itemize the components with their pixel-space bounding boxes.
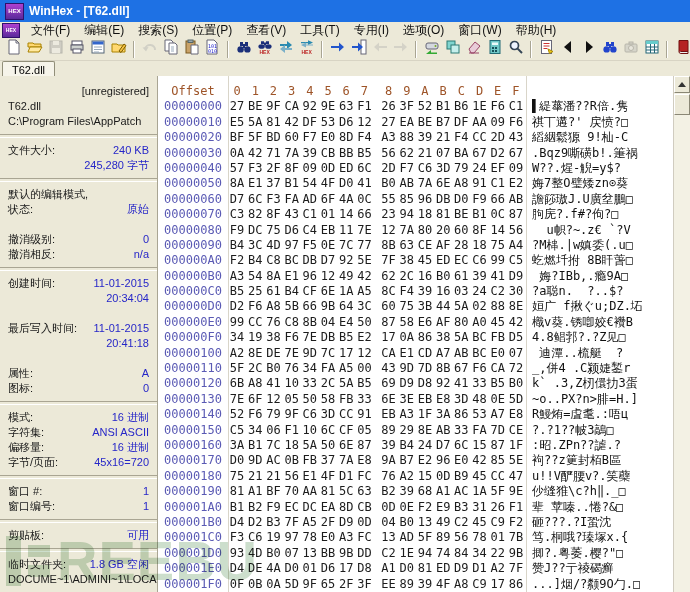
hex-byte[interactable]: D0 xyxy=(283,561,301,576)
hex-byte[interactable]: 1A xyxy=(470,484,488,499)
hex-byte[interactable]: AF xyxy=(434,315,452,330)
hex-byte[interactable]: F3 xyxy=(246,161,264,176)
toolbar-clone-disk-button[interactable] xyxy=(442,39,463,59)
hex-byte[interactable]: E9 xyxy=(434,500,452,515)
hex-byte[interactable]: B0 xyxy=(434,269,452,284)
hex-byte[interactable]: 15 xyxy=(470,438,488,453)
hex-byte[interactable]: C1 xyxy=(507,99,525,114)
hex-byte[interactable]: 3D xyxy=(452,392,470,407)
hex-byte[interactable]: 42 xyxy=(283,115,301,130)
hex-byte[interactable]: C6 xyxy=(246,530,264,545)
hex-byte[interactable]: 6C xyxy=(246,192,264,207)
hex-byte[interactable]: 63 xyxy=(337,99,355,114)
hex-byte[interactable]: B1 xyxy=(434,99,452,114)
hex-byte[interactable]: 75 xyxy=(489,238,507,253)
menu-item-window[interactable]: 窗口(W) xyxy=(451,22,508,39)
hex-byte[interactable]: 41 xyxy=(355,176,373,191)
hex-byte[interactable]: 8A xyxy=(228,176,246,191)
toolbar-save-button[interactable] xyxy=(45,39,66,59)
hex-byte[interactable]: DB xyxy=(319,330,337,345)
hex-byte[interactable]: 2F xyxy=(319,515,337,530)
hex-byte[interactable]: D2 xyxy=(489,146,507,161)
hex-byte[interactable]: 0E xyxy=(489,392,507,407)
hex-byte[interactable]: 37 xyxy=(319,453,337,468)
hex-byte[interactable]: 13 xyxy=(416,515,434,530)
hex-byte[interactable]: 54 xyxy=(301,176,319,191)
hex-byte[interactable]: B3 xyxy=(452,500,470,515)
hex-byte[interactable]: 65 xyxy=(319,577,337,592)
toolbar-camera-button[interactable] xyxy=(620,39,641,59)
title-bar[interactable]: HEX WinHex - [T62.dll] xyxy=(0,0,690,22)
hex-byte[interactable]: 49 xyxy=(434,515,452,530)
hex-byte[interactable]: 2C xyxy=(398,269,416,284)
hex-byte[interactable]: B5 xyxy=(489,376,507,391)
hex-byte[interactable]: F1 xyxy=(355,99,373,114)
hex-byte[interactable]: 60 xyxy=(380,299,398,314)
hex-byte[interactable]: 7E xyxy=(301,330,319,345)
hex-byte[interactable]: B5 xyxy=(228,284,246,299)
hex-byte[interactable]: DC xyxy=(246,223,264,238)
hex-byte[interactable]: 81 xyxy=(228,484,246,499)
toolbar-copy-hex-button[interactable]: 101010 xyxy=(202,39,223,59)
hex-byte[interactable]: D2 xyxy=(246,515,264,530)
hex-byte[interactable]: 7F xyxy=(380,253,398,268)
hex-byte[interactable]: 01 xyxy=(489,530,507,545)
hex-byte[interactable]: A3 xyxy=(337,530,355,545)
toolbar-new-file-button[interactable] xyxy=(3,39,24,59)
hex-byte[interactable]: 1A xyxy=(337,284,355,299)
hex-byte[interactable]: 5F xyxy=(416,530,434,545)
hex-byte[interactable]: 0A xyxy=(398,330,416,345)
hex-byte[interactable]: 96 xyxy=(416,192,434,207)
hex-byte[interactable]: 74 xyxy=(434,546,452,561)
hex-byte[interactable]: 12 xyxy=(355,346,373,361)
hex-byte[interactable]: 66 xyxy=(301,299,319,314)
hex-byte[interactable]: 05 xyxy=(283,392,301,407)
document-hex-icon[interactable]: HEX xyxy=(2,23,20,38)
hex-byte[interactable]: 33 xyxy=(355,392,373,407)
hex-byte[interactable]: E8 xyxy=(355,453,373,468)
hex-byte[interactable]: CC xyxy=(246,315,264,330)
hex-byte[interactable]: 34 xyxy=(246,423,264,438)
hex-byte[interactable]: 92 xyxy=(337,253,355,268)
hex-byte[interactable]: 76 xyxy=(380,469,398,484)
hex-byte[interactable]: 89 xyxy=(434,530,452,545)
hex-byte[interactable]: 26 xyxy=(380,99,398,114)
hex-byte[interactable]: E0 xyxy=(452,453,470,468)
hex-byte[interactable]: 5D xyxy=(507,392,525,407)
hex-byte[interactable]: F2 xyxy=(228,253,246,268)
hex-byte[interactable]: FA xyxy=(470,423,488,438)
hex-byte[interactable]: A1 xyxy=(380,561,398,576)
hex-byte[interactable]: 88 xyxy=(489,299,507,314)
hex-byte[interactable]: 91 xyxy=(470,176,488,191)
hex-byte[interactable]: 19 xyxy=(264,530,282,545)
hex-byte[interactable]: E0 xyxy=(319,530,337,545)
hex-byte[interactable]: 7F xyxy=(283,515,301,530)
hex-byte[interactable]: EE xyxy=(380,577,398,592)
hex-byte[interactable]: CA xyxy=(380,346,398,361)
hex-byte[interactable]: E6 xyxy=(416,315,434,330)
hex-byte[interactable]: 66 xyxy=(489,192,507,207)
hex-byte[interactable]: C8 xyxy=(283,315,301,330)
hex-byte[interactable]: 0E xyxy=(319,238,337,253)
hex-byte[interactable]: 7D xyxy=(416,361,434,376)
hex-byte[interactable]: 56 xyxy=(283,469,301,484)
hex-byte[interactable]: 7C xyxy=(319,346,337,361)
hex-byte[interactable]: 8B xyxy=(380,238,398,253)
hex-byte[interactable]: 39 xyxy=(470,269,488,284)
hex-byte[interactable]: 01 xyxy=(319,207,337,222)
hex-byte[interactable]: 0C xyxy=(489,207,507,222)
hex-byte[interactable]: 9D xyxy=(246,453,264,468)
hex-byte[interactable]: 27 xyxy=(228,99,246,114)
hex-byte[interactable]: C9 xyxy=(489,515,507,530)
hex-byte[interactable]: 9F xyxy=(301,577,319,592)
toolbar-calculator-button[interactable] xyxy=(484,39,505,59)
menu-item-options[interactable]: 选项(O) xyxy=(396,22,451,39)
hex-byte[interactable]: 72 xyxy=(507,361,525,376)
hex-byte[interactable]: 9E xyxy=(319,99,337,114)
hex-byte[interactable]: 67 xyxy=(452,361,470,376)
hex-byte[interactable]: 64 xyxy=(337,299,355,314)
hex-byte[interactable]: A5 xyxy=(355,284,373,299)
hex-byte[interactable]: 8E xyxy=(416,423,434,438)
hex-byte[interactable]: 81 xyxy=(434,207,452,222)
hex-byte[interactable]: 6F xyxy=(246,392,264,407)
